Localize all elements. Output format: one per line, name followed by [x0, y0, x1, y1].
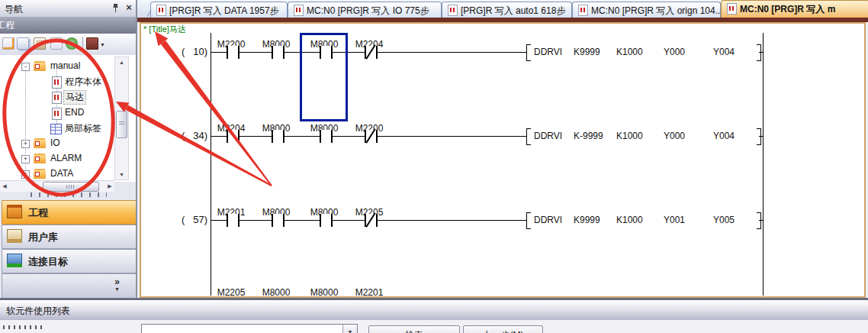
instruction-operand[interactable]: Y000	[664, 131, 685, 141]
scroll-down-icon[interactable]: ▼	[115, 172, 128, 177]
folder-icon	[34, 155, 46, 163]
scrollbar-thumb[interactable]	[43, 182, 99, 192]
tree-item-io[interactable]: + IO	[0, 136, 114, 151]
instruction-operand[interactable]: Y004	[713, 131, 735, 141]
tree-item-alarm[interactable]: + ALARM	[0, 151, 114, 166]
tab-prg-m-active[interactable]: MC:N0 [PRG]R 写入 m	[721, 0, 868, 18]
new-data-icon[interactable]	[2, 37, 14, 50]
navigation-title: 导航	[5, 3, 23, 16]
no-contact[interactable]	[320, 214, 333, 227]
scroll-left-icon[interactable]: ◀	[2, 183, 8, 189]
prev-button[interactable]: 上一步(M)	[463, 325, 543, 333]
folder-icon	[34, 170, 46, 179]
tab-prg-io[interactable]: MC:N0 [PRG]R 写入 IO 775步	[288, 2, 442, 18]
tab-prg-data[interactable]: [PRG]R 写入 DATA 1957步	[150, 2, 288, 18]
project-view-button[interactable]: 工程	[2, 200, 137, 225]
tree-item-end[interactable]: END	[0, 105, 114, 121]
device-usage-list-header: 软元件使用列表	[0, 300, 868, 321]
device-combobox[interactable]: ▼	[141, 324, 358, 333]
expand-expander-icon[interactable]: +	[21, 155, 30, 163]
connection-icon	[7, 254, 22, 267]
panel-divider[interactable]	[136, 0, 137, 299]
expand-expander-icon[interactable]: +	[21, 170, 30, 179]
instruction-operand[interactable]: Y004	[713, 47, 735, 57]
pin-icon[interactable]	[110, 3, 121, 14]
instruction-operand[interactable]: Y001	[664, 215, 685, 225]
close-icon[interactable]: ×	[124, 2, 134, 14]
refresh-icon[interactable]	[66, 37, 78, 50]
tree-horizontal-scrollbar[interactable]: ◀ ▶	[0, 180, 114, 192]
view-selector-overflow-bar[interactable]: » ▼	[2, 273, 137, 299]
ladder-canvas[interactable]: * [Title]马达 ( 10) M2200 M8000 M8000 M220…	[141, 24, 864, 296]
scrollbar-thumb[interactable]	[116, 111, 127, 138]
panel-splitter-handle[interactable]	[31, 192, 107, 197]
step-number: ( 34)	[149, 130, 207, 141]
tab-prg-orign[interactable]: MC:N0 [PRG]R 写入 orign 104...	[572, 2, 721, 18]
tree-item-motor[interactable]: 马达	[0, 89, 114, 105]
tree-item-program-body[interactable]: 程序本体	[0, 74, 114, 89]
dropdown-arrow-icon[interactable]: ▼	[342, 325, 357, 333]
instruction-operand[interactable]: Y005	[713, 215, 735, 225]
no-contact[interactable]	[320, 130, 333, 143]
no-contact[interactable]	[272, 46, 285, 59]
nc-contact[interactable]	[365, 46, 378, 59]
no-contact[interactable]	[272, 130, 285, 143]
instruction-op[interactable]: DDRVI	[534, 47, 562, 57]
device-label: M2201	[346, 287, 392, 296]
tree-vertical-scrollbar[interactable]: ▲ ▼	[114, 57, 129, 180]
no-contact[interactable]	[227, 46, 240, 59]
tree-item-local-label[interactable]: 局部标签	[0, 121, 114, 136]
device-usage-list-title: 软元件使用列表	[6, 305, 70, 318]
instruction-bracket	[526, 44, 531, 61]
toolbar-dropdown-arrow-icon[interactable]: ▼	[100, 42, 105, 47]
collapse-expander-icon[interactable]: -	[21, 63, 30, 71]
step-number: ( 10)	[149, 46, 207, 57]
tree-item-manual[interactable]: - manual	[0, 59, 114, 74]
chevron-right-icon[interactable]: »	[114, 276, 120, 287]
label-table-icon	[50, 124, 62, 134]
gx-works2-window: 导航 × 工程 ▼ - manual	[0, 0, 868, 333]
instruction-bracket	[757, 128, 761, 145]
device-label: M2205	[208, 287, 254, 296]
navigation-titlebar: 导航 ×	[0, 0, 137, 18]
scroll-up-icon[interactable]: ▲	[115, 60, 128, 65]
instruction-op[interactable]: DDRVI	[534, 131, 562, 141]
edit-cursor-box[interactable]	[300, 33, 348, 121]
instruction-bracket	[757, 212, 761, 229]
nc-contact[interactable]	[365, 130, 378, 143]
ladder-program-icon	[156, 5, 166, 16]
instruction-bracket	[757, 44, 761, 61]
instruction-operand[interactable]: K1000	[616, 47, 643, 57]
instruction-operand[interactable]: K9999	[574, 215, 600, 225]
toolbar-separator	[82, 37, 83, 50]
user-library-view-button[interactable]: 用户库	[2, 225, 137, 249]
ladder-program-icon	[448, 5, 458, 16]
copy-icon[interactable]	[17, 37, 29, 50]
chevron-down-icon[interactable]: ▼	[114, 286, 120, 292]
no-contact[interactable]	[227, 214, 240, 227]
no-contact[interactable]	[272, 214, 285, 227]
ladder-program-icon	[294, 5, 304, 16]
instruction-op[interactable]: DDRVI	[534, 215, 562, 225]
paste-icon[interactable]	[34, 37, 46, 50]
instruction-operand[interactable]: K9999	[574, 47, 600, 57]
search-button[interactable]: 检索	[368, 325, 460, 333]
connection-destination-view-button[interactable]: 连接目标	[2, 249, 137, 273]
program-file-icon	[52, 92, 62, 104]
nc-contact[interactable]	[365, 214, 378, 227]
tree-item-data[interactable]: + DATA	[0, 166, 114, 182]
export-icon[interactable]	[50, 37, 63, 50]
instruction-operand[interactable]: K1000	[616, 131, 643, 141]
no-contact[interactable]	[227, 130, 240, 143]
tab-prg-auto1[interactable]: [PRG]R 写入 auto1 618步	[442, 2, 572, 18]
display-filter-icon[interactable]	[86, 37, 98, 50]
folder-icon	[34, 63, 46, 71]
ladder-program-icon	[727, 3, 737, 15]
ladder-title-comment: * [Title]马达	[143, 24, 186, 35]
left-power-rail	[211, 33, 211, 296]
expand-expander-icon[interactable]: +	[21, 140, 30, 148]
scroll-right-icon[interactable]: ▶	[107, 183, 113, 189]
instruction-operand[interactable]: Y000	[664, 47, 685, 57]
instruction-operand[interactable]: K-9999	[574, 131, 603, 141]
instruction-operand[interactable]: K1000	[616, 215, 643, 225]
